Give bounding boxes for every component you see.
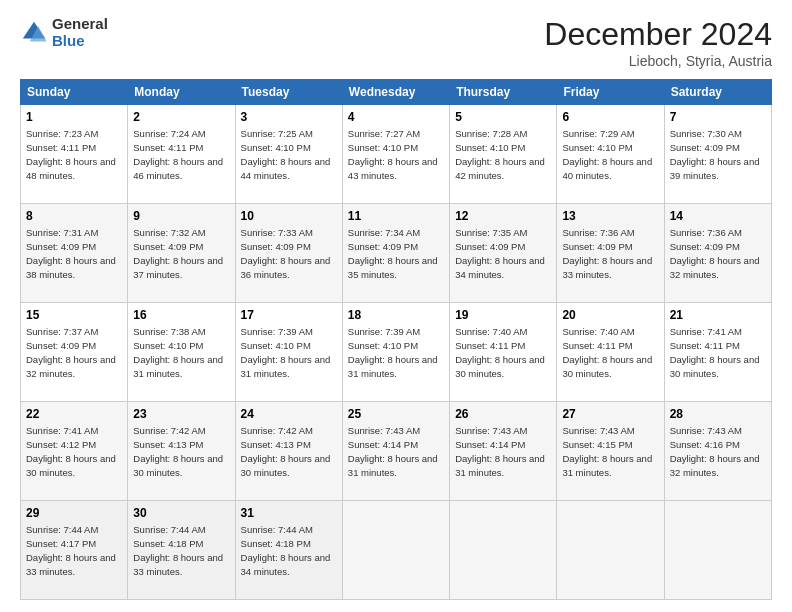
day-cell: 20 Sunrise: 7:40 AMSunset: 4:11 PMDaylig… [557,303,664,402]
day-cell: 18 Sunrise: 7:39 AMSunset: 4:10 PMDaylig… [342,303,449,402]
day-number: 16 [133,307,229,324]
day-cell: 7 Sunrise: 7:30 AMSunset: 4:09 PMDayligh… [664,105,771,204]
day-number: 28 [670,406,766,423]
day-number: 25 [348,406,444,423]
day-number: 11 [348,208,444,225]
day-cell: 25 Sunrise: 7:43 AMSunset: 4:14 PMDaylig… [342,402,449,501]
day-info: Sunrise: 7:38 AMSunset: 4:10 PMDaylight:… [133,326,223,379]
location: Lieboch, Styria, Austria [544,53,772,69]
day-info: Sunrise: 7:34 AMSunset: 4:09 PMDaylight:… [348,227,438,280]
header-row: Sunday Monday Tuesday Wednesday Thursday… [21,80,772,105]
col-friday: Friday [557,80,664,105]
day-cell: 24 Sunrise: 7:42 AMSunset: 4:13 PMDaylig… [235,402,342,501]
day-cell: 14 Sunrise: 7:36 AMSunset: 4:09 PMDaylig… [664,204,771,303]
day-info: Sunrise: 7:24 AMSunset: 4:11 PMDaylight:… [133,128,223,181]
day-number: 8 [26,208,122,225]
day-number: 20 [562,307,658,324]
day-number: 30 [133,505,229,522]
day-cell: 10 Sunrise: 7:33 AMSunset: 4:09 PMDaylig… [235,204,342,303]
day-cell: 16 Sunrise: 7:38 AMSunset: 4:10 PMDaylig… [128,303,235,402]
page: General Blue December 2024 Lieboch, Styr… [0,0,792,612]
title-block: December 2024 Lieboch, Styria, Austria [544,16,772,69]
day-cell: 2 Sunrise: 7:24 AMSunset: 4:11 PMDayligh… [128,105,235,204]
calendar-table: Sunday Monday Tuesday Wednesday Thursday… [20,79,772,600]
col-monday: Monday [128,80,235,105]
day-info: Sunrise: 7:36 AMSunset: 4:09 PMDaylight:… [670,227,760,280]
day-cell: 12 Sunrise: 7:35 AMSunset: 4:09 PMDaylig… [450,204,557,303]
day-number: 13 [562,208,658,225]
day-cell: 17 Sunrise: 7:39 AMSunset: 4:10 PMDaylig… [235,303,342,402]
day-info: Sunrise: 7:37 AMSunset: 4:09 PMDaylight:… [26,326,116,379]
day-info: Sunrise: 7:41 AMSunset: 4:11 PMDaylight:… [670,326,760,379]
logo-general-label: General [52,16,108,33]
logo-icon [20,19,48,47]
day-cell [450,501,557,600]
logo-blue-label: Blue [52,33,108,50]
col-sunday: Sunday [21,80,128,105]
day-cell: 23 Sunrise: 7:42 AMSunset: 4:13 PMDaylig… [128,402,235,501]
day-number: 17 [241,307,337,324]
day-cell: 29 Sunrise: 7:44 AMSunset: 4:17 PMDaylig… [21,501,128,600]
logo-text: General Blue [52,16,108,49]
day-number: 27 [562,406,658,423]
week-row-2: 8 Sunrise: 7:31 AMSunset: 4:09 PMDayligh… [21,204,772,303]
day-info: Sunrise: 7:43 AMSunset: 4:16 PMDaylight:… [670,425,760,478]
day-info: Sunrise: 7:44 AMSunset: 4:17 PMDaylight:… [26,524,116,577]
day-info: Sunrise: 7:32 AMSunset: 4:09 PMDaylight:… [133,227,223,280]
day-number: 22 [26,406,122,423]
day-number: 4 [348,109,444,126]
header: General Blue December 2024 Lieboch, Styr… [20,16,772,69]
week-row-5: 29 Sunrise: 7:44 AMSunset: 4:17 PMDaylig… [21,501,772,600]
day-number: 26 [455,406,551,423]
day-number: 14 [670,208,766,225]
day-info: Sunrise: 7:40 AMSunset: 4:11 PMDaylight:… [455,326,545,379]
day-cell: 1 Sunrise: 7:23 AMSunset: 4:11 PMDayligh… [21,105,128,204]
day-info: Sunrise: 7:43 AMSunset: 4:14 PMDaylight:… [455,425,545,478]
day-info: Sunrise: 7:33 AMSunset: 4:09 PMDaylight:… [241,227,331,280]
day-number: 18 [348,307,444,324]
day-number: 3 [241,109,337,126]
day-info: Sunrise: 7:28 AMSunset: 4:10 PMDaylight:… [455,128,545,181]
day-cell: 11 Sunrise: 7:34 AMSunset: 4:09 PMDaylig… [342,204,449,303]
day-number: 2 [133,109,229,126]
day-cell [557,501,664,600]
day-info: Sunrise: 7:44 AMSunset: 4:18 PMDaylight:… [241,524,331,577]
day-info: Sunrise: 7:35 AMSunset: 4:09 PMDaylight:… [455,227,545,280]
day-number: 5 [455,109,551,126]
day-number: 12 [455,208,551,225]
month-title: December 2024 [544,16,772,53]
day-cell: 5 Sunrise: 7:28 AMSunset: 4:10 PMDayligh… [450,105,557,204]
col-thursday: Thursday [450,80,557,105]
day-cell [664,501,771,600]
day-number: 1 [26,109,122,126]
day-info: Sunrise: 7:40 AMSunset: 4:11 PMDaylight:… [562,326,652,379]
day-info: Sunrise: 7:42 AMSunset: 4:13 PMDaylight:… [133,425,223,478]
day-info: Sunrise: 7:25 AMSunset: 4:10 PMDaylight:… [241,128,331,181]
col-wednesday: Wednesday [342,80,449,105]
day-cell: 28 Sunrise: 7:43 AMSunset: 4:16 PMDaylig… [664,402,771,501]
day-cell: 15 Sunrise: 7:37 AMSunset: 4:09 PMDaylig… [21,303,128,402]
week-row-3: 15 Sunrise: 7:37 AMSunset: 4:09 PMDaylig… [21,303,772,402]
week-row-4: 22 Sunrise: 7:41 AMSunset: 4:12 PMDaylig… [21,402,772,501]
col-tuesday: Tuesday [235,80,342,105]
day-info: Sunrise: 7:36 AMSunset: 4:09 PMDaylight:… [562,227,652,280]
day-cell: 9 Sunrise: 7:32 AMSunset: 4:09 PMDayligh… [128,204,235,303]
day-cell: 19 Sunrise: 7:40 AMSunset: 4:11 PMDaylig… [450,303,557,402]
day-info: Sunrise: 7:27 AMSunset: 4:10 PMDaylight:… [348,128,438,181]
day-number: 7 [670,109,766,126]
day-cell: 8 Sunrise: 7:31 AMSunset: 4:09 PMDayligh… [21,204,128,303]
day-info: Sunrise: 7:39 AMSunset: 4:10 PMDaylight:… [348,326,438,379]
day-number: 23 [133,406,229,423]
day-info: Sunrise: 7:39 AMSunset: 4:10 PMDaylight:… [241,326,331,379]
day-info: Sunrise: 7:43 AMSunset: 4:15 PMDaylight:… [562,425,652,478]
day-number: 10 [241,208,337,225]
day-info: Sunrise: 7:44 AMSunset: 4:18 PMDaylight:… [133,524,223,577]
day-cell: 31 Sunrise: 7:44 AMSunset: 4:18 PMDaylig… [235,501,342,600]
logo: General Blue [20,16,108,49]
day-number: 21 [670,307,766,324]
day-info: Sunrise: 7:31 AMSunset: 4:09 PMDaylight:… [26,227,116,280]
day-info: Sunrise: 7:23 AMSunset: 4:11 PMDaylight:… [26,128,116,181]
calendar-body: 1 Sunrise: 7:23 AMSunset: 4:11 PMDayligh… [21,105,772,600]
day-cell: 30 Sunrise: 7:44 AMSunset: 4:18 PMDaylig… [128,501,235,600]
day-number: 9 [133,208,229,225]
